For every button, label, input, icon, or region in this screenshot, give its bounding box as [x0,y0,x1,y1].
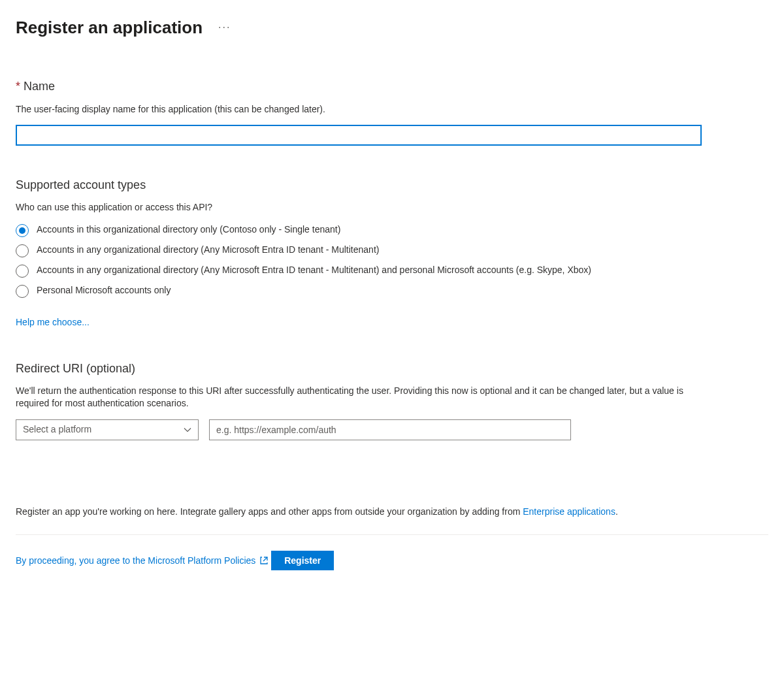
redirect-uri-input[interactable] [209,419,571,440]
integrate-note: Register an app you're working on here. … [16,506,768,519]
redirect-title: Redirect URI (optional) [16,361,768,377]
account-types-help: Who can use this application or access t… [16,201,768,214]
name-section: Name The user-facing display name for th… [16,78,768,146]
external-link-icon [259,556,269,565]
account-types-title: Supported account types [16,177,768,193]
redirect-uri-section: Redirect URI (optional) We'll return the… [16,361,768,440]
chevron-down-icon [184,426,191,434]
account-type-option-2[interactable]: Accounts in any organizational directory… [16,264,768,278]
radio-label: Accounts in this organizational director… [37,223,340,236]
account-type-option-3[interactable]: Personal Microsoft accounts only [16,284,768,298]
platform-policies-link[interactable]: By proceeding, you agree to the Microsof… [16,555,269,568]
radio-icon [16,224,29,237]
radio-label: Accounts in any organizational directory… [37,244,379,257]
help-me-choose-link[interactable]: Help me choose... [16,316,90,329]
redirect-help: We'll return the authentication response… [16,385,702,410]
radio-label: Accounts in any organizational directory… [37,264,591,277]
more-icon[interactable]: ··· [218,20,231,35]
platform-select[interactable]: Select a platform [16,419,199,440]
account-type-option-1[interactable]: Accounts in any organizational directory… [16,244,768,257]
integrate-suffix: . [615,506,618,517]
integrate-text: Register an app you're working on here. … [16,506,523,517]
policies-text: By proceeding, you agree to the Microsof… [16,555,255,568]
name-label: Name [16,78,768,95]
radio-icon [16,265,29,278]
platform-select-value: Select a platform [23,423,91,436]
account-type-option-0[interactable]: Accounts in this organizational director… [16,223,768,237]
page-title: Register an application [16,16,203,39]
name-input[interactable] [16,125,702,146]
radio-icon [16,285,29,298]
radio-icon [16,244,29,257]
radio-label: Personal Microsoft accounts only [37,284,171,297]
footer: By proceeding, you agree to the Microsof… [16,534,768,596]
account-types-section: Supported account types Who can use this… [16,177,768,329]
enterprise-applications-link[interactable]: Enterprise applications [523,506,615,517]
register-button[interactable]: Register [271,551,334,570]
name-help: The user-facing display name for this ap… [16,103,768,116]
